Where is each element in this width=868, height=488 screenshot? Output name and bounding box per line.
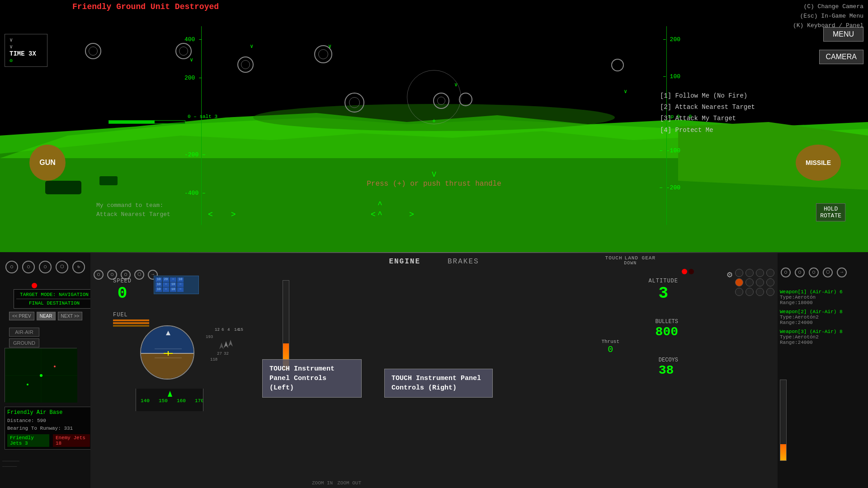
blue-cell-8: ─ — [177, 282, 184, 287]
weapon-1-type: Type:Aerotón — [780, 295, 866, 300]
blue-cell-6: ─ — [163, 282, 169, 287]
right-frame: Weapon[1] (Air-Air) 6 Type:Aerotón Range… — [778, 253, 868, 488]
gun-button[interactable]: GUN — [29, 145, 66, 181]
terrain — [0, 99, 868, 253]
r-icon-4: ⬡ — [823, 267, 833, 277]
touch-land-gear: TOUCH LAND GEAR DOWN — [605, 255, 656, 266]
right-dot-9 — [735, 288, 743, 296]
land-label: LAND GEAR — [625, 255, 656, 261]
weapon-3-type: Type:Aerotón2 — [780, 334, 866, 340]
svg-text:193: 193 — [206, 335, 213, 339]
r-icon-3: ◯ — [809, 267, 819, 277]
svg-point-12 — [27, 384, 28, 385]
nav-near-btn[interactable]: NEAR — [37, 312, 56, 320]
svg-text:15: 15 — [238, 328, 243, 332]
right-dot-6 — [745, 278, 754, 286]
fuel-bar-1 — [113, 319, 149, 321]
air-air-btn[interactable]: AIR-AIR — [9, 328, 39, 337]
blue-row-3: 10 ─ 10 ─ — [156, 287, 197, 292]
fb-bearing: Bearing To Runway: 331 — [7, 425, 90, 432]
left-small-text: ─────── ────── — [2, 459, 19, 470]
nav-prev-btn[interactable]: << PREV — [9, 312, 34, 320]
svg-text:160: 160 — [177, 398, 186, 404]
zoom-out-label: ZOOM OUT — [337, 480, 361, 486]
brakes-label: BRAKES — [448, 258, 479, 266]
down-label: DOWN — [605, 261, 656, 266]
right-dot-11 — [756, 288, 764, 296]
weapon-item-2: Weapon[2] (Air-Air) 8 Type:Aerotón2 Rang… — [780, 309, 866, 325]
right-dot-3 — [756, 269, 764, 277]
red-light-1 — [682, 269, 687, 274]
altitude-title: ALTITUDE — [648, 278, 678, 284]
svg-marker-19 — [224, 341, 228, 348]
menu-button[interactable]: MENU — [823, 27, 863, 42]
right-dot-7 — [756, 278, 764, 286]
ground-btn[interactable]: GROUND — [9, 338, 39, 347]
altitude-value: 3 — [648, 284, 678, 303]
left-small-1: ─────── — [2, 459, 19, 465]
target-mode-panel: TARGET MODE: NAVIGATION FINAL DESTINATIO… — [14, 289, 95, 309]
svg-text:150: 150 — [159, 398, 168, 404]
svg-text:118: 118 — [210, 357, 217, 361]
blue-cell-12: ─ — [177, 287, 184, 292]
engine-rpm: ↻ — [72, 261, 85, 273]
svg-point-11 — [54, 366, 56, 367]
camera-button[interactable]: CAMERA — [819, 50, 863, 64]
svg-rect-3 — [45, 181, 81, 194]
blue-cell-1: 10 — [156, 277, 162, 282]
weapons-panel: Weapon[1] (Air-Air) 6 Type:Aerotón Range… — [780, 289, 866, 349]
weapon-item-1: Weapon[1] (Air-Air) 6 Type:Aerotón Range… — [780, 289, 866, 305]
decoys-title: DECOYS — [659, 357, 678, 363]
missile-button[interactable]: MISSILE — [796, 145, 841, 181]
instr-icon-4: ⬡ — [134, 270, 144, 280]
decoys-section: DECOYS 38 — [659, 357, 678, 377]
weapon-2-range: Range:24000 — [780, 320, 866, 325]
friendly-base-info: Friendly Air Base Distance: 590 Bearing … — [5, 407, 93, 450]
right-dot-1 — [735, 269, 743, 277]
speed-value: 0 — [113, 284, 132, 303]
nav-next-btn[interactable]: NEXT >> — [58, 312, 83, 320]
svg-text:32: 32 — [224, 352, 229, 356]
svg-rect-4 — [99, 176, 118, 185]
fuel-bars — [113, 319, 149, 327]
r-icon-5: → — [837, 267, 847, 277]
nav-mode-row: << PREV NEAR NEXT >> — [9, 312, 82, 320]
r-icon-2: ◯ — [795, 267, 805, 277]
touch-label: TOUCH — [605, 255, 623, 261]
blue-row-2: 10 ─ 10 ─ — [156, 282, 197, 287]
svg-text:12: 12 — [215, 328, 220, 332]
engine-icon-2: ◯ — [22, 261, 35, 273]
weapon-2-type: Type:Aerotón2 — [780, 314, 866, 320]
altitude-section: ALTITUDE 3 — [648, 278, 678, 303]
gear-icon: ⚙ — [727, 269, 732, 280]
right-dot-12 — [766, 288, 774, 296]
bullets-section: BULLETS 800 — [656, 319, 678, 339]
numbers-cluster: 12 6 4 14 15 193 27 32 118 — [206, 325, 242, 361]
final-dest-label: FINAL DESTINATION — [16, 300, 92, 306]
bullets-value: 800 — [656, 325, 678, 339]
thrust-value: 0 — [601, 344, 619, 355]
decoys-value: 38 — [659, 363, 678, 377]
svg-rect-25 — [141, 326, 194, 353]
attitude-indicator — [140, 325, 194, 380]
engine-label: ENGINE — [389, 258, 420, 266]
dark-light-1 — [689, 269, 694, 274]
blue-cell-10: ─ — [163, 287, 169, 292]
blue-cell-3: ─ — [170, 277, 176, 282]
throttle-bar — [283, 280, 289, 371]
instr-icon-1: ◯ — [94, 270, 104, 280]
touch-panel-right-label[interactable]: TOUCH Instrument Panel Controls (Right) — [384, 369, 493, 398]
svg-marker-6 — [678, 122, 868, 190]
weapon-1-name: Weapon[1] (Air-Air) 6 — [780, 289, 866, 295]
blue-row-1: 10 20 ─ 10 — [156, 277, 197, 282]
left-instrument-icons: ◯ ◯ ◯ ⬡ ↻ — [5, 260, 86, 274]
center-panel: ENGINE BRAKES TOUCH LAND GEAR DOWN ◯ ◯ ◯… — [90, 253, 778, 488]
tlg-top-row: TOUCH LAND GEAR — [605, 255, 656, 261]
fuel-section: FUEL — [113, 312, 149, 327]
svg-text:4: 4 — [227, 328, 230, 332]
touch-panel-left-label[interactable]: TOUCH Instrument Panel Controls (Left) — [262, 359, 362, 398]
svg-text:27: 27 — [217, 352, 222, 356]
zoom-in-label: ZOOM IN — [312, 480, 333, 486]
zoom-controls: ZOOM IN ZOOM OUT — [312, 480, 361, 486]
weapon-item-3: Weapon[3] (Air-Air) 8 Type:Aerotón2 Rang… — [780, 329, 866, 345]
